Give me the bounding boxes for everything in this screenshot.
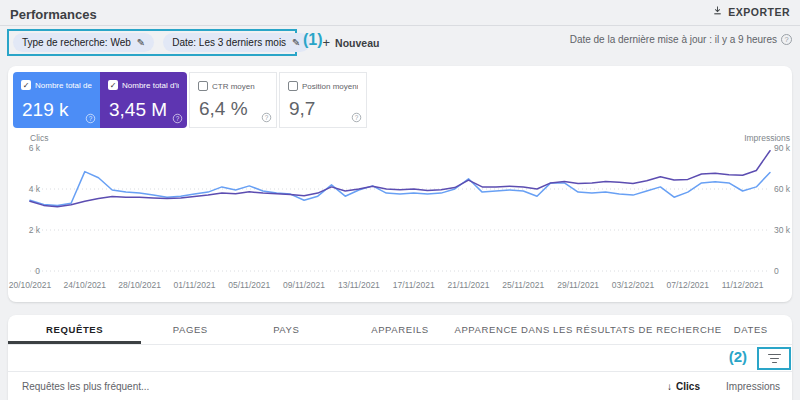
- help-icon[interactable]: ?: [352, 113, 361, 122]
- edit-pencil-icon: ✎: [137, 37, 145, 48]
- metric-card-average-position[interactable]: Position moyenne 9,7 ?: [279, 72, 367, 128]
- tab-pays[interactable]: PAYS: [239, 315, 333, 344]
- x-axis-tick: 25/11/2021: [502, 280, 544, 290]
- performance-panel: ✓ Nombre total de c... 219 k ? ✓ Nombre …: [8, 66, 792, 302]
- x-axis-tick: 29/11/2021: [557, 280, 599, 290]
- help-icon[interactable]: ?: [86, 114, 95, 123]
- x-axis-tick: 11/12/2021: [722, 280, 764, 290]
- export-label: EXPORTER: [728, 6, 790, 18]
- clicks-impressions-line-chart: ClicsImpressions6 k4 k2 k090 k60 k30 k02…: [8, 133, 792, 298]
- annotation-label-2: (2): [729, 348, 747, 365]
- table-header-clicks-sort[interactable]: ↓ Clics: [667, 381, 700, 392]
- x-axis-tick: 09/11/2021: [283, 280, 325, 290]
- right-axis-tick: 90 k: [774, 143, 791, 153]
- search-type-filter-chip[interactable]: Type de recherche: Web ✎: [13, 33, 154, 52]
- edit-pencil-icon: ✎: [292, 37, 300, 48]
- checkbox-checked-icon[interactable]: ✓: [108, 80, 118, 90]
- last-update-status: Date de la dernière mise à jour : il y a…: [570, 34, 792, 45]
- metric-cards: ✓ Nombre total de c... 219 k ? ✓ Nombre …: [13, 72, 367, 128]
- metric-value: 3,45 M: [109, 99, 167, 121]
- plus-icon: +: [323, 35, 331, 50]
- tab-dates[interactable]: DATES: [710, 315, 792, 344]
- x-axis-tick: 21/11/2021: [448, 280, 490, 290]
- tab-requetes[interactable]: REQUÊTES: [8, 315, 141, 344]
- table-toolbar: (2): [8, 345, 792, 372]
- search-type-filter-label: Type de recherche: Web: [22, 37, 131, 48]
- download-icon: [712, 5, 723, 18]
- last-update-text: Date de la dernière mise à jour : il y a…: [570, 34, 777, 45]
- annotation-label-1: (1): [303, 31, 323, 49]
- sort-down-arrow-icon: ↓: [667, 381, 672, 392]
- chart-svg: ClicsImpressions6 k4 k2 k090 k60 k30 k02…: [8, 133, 792, 298]
- left-axis-tick: 0: [35, 266, 40, 276]
- date-filter-label: Date: Les 3 derniers mois: [172, 37, 286, 48]
- dimension-tabs: REQUÊTES PAGES PAYS APPAREILS APPARENCE …: [8, 315, 792, 345]
- tab-appareils[interactable]: APPAREILS: [333, 315, 466, 344]
- help-icon[interactable]: ?: [173, 114, 182, 123]
- metric-card-total-impressions[interactable]: ✓ Nombre total d'im... 3,45 M ?: [100, 72, 187, 128]
- metric-value: 9,7: [289, 98, 315, 120]
- x-axis-tick: 28/10/2021: [118, 280, 161, 290]
- x-axis-tick: 13/11/2021: [338, 280, 380, 290]
- new-filter-label: Nouveau: [335, 37, 379, 49]
- dimensions-panel: REQUÊTES PAGES PAYS APPAREILS APPARENCE …: [8, 315, 792, 400]
- metric-label: Position moyenne: [302, 82, 358, 91]
- checkbox-unchecked-icon[interactable]: [288, 81, 298, 91]
- filter-chips-row: Type de recherche: Web ✎ Date: Les 3 der…: [13, 33, 383, 52]
- left-axis-title: Clics: [30, 133, 48, 143]
- x-axis-tick: 01/11/2021: [173, 280, 215, 290]
- x-axis-tick: 17/11/2021: [393, 280, 435, 290]
- checkbox-checked-icon[interactable]: ✓: [21, 80, 31, 90]
- x-axis-tick: 05/11/2021: [228, 280, 270, 290]
- x-axis-tick: 20/10/2021: [9, 280, 52, 290]
- right-axis-tick: 60 k: [774, 184, 791, 194]
- date-filter-chip[interactable]: Date: Les 3 derniers mois ✎: [163, 33, 309, 52]
- metric-value: 6,4 %: [199, 98, 248, 120]
- right-axis-tick: 30 k: [774, 225, 791, 235]
- series-line-impressions: [30, 151, 770, 207]
- help-icon[interactable]: ?: [781, 34, 792, 45]
- metric-card-total-clicks[interactable]: ✓ Nombre total de c... 219 k ?: [13, 72, 100, 128]
- filter-list-icon: [768, 354, 781, 364]
- table-filter-button[interactable]: [757, 347, 791, 370]
- export-button[interactable]: EXPORTER: [712, 5, 790, 18]
- table-header-row: Requêtes les plus fréquent... ↓ Clics Im…: [8, 372, 792, 400]
- metric-label: Nombre total d'im...: [122, 81, 179, 90]
- left-axis-tick: 6 k: [29, 143, 41, 153]
- table-header-queries: Requêtes les plus fréquent...: [22, 381, 149, 392]
- metric-value: 219 k: [22, 99, 68, 121]
- x-axis-tick: 03/12/2021: [612, 280, 655, 290]
- tab-pages[interactable]: PAGES: [141, 315, 239, 344]
- left-axis-tick: 2 k: [29, 225, 41, 235]
- metric-label: Nombre total de c...: [35, 81, 92, 90]
- x-axis-tick: 24/10/2021: [64, 280, 107, 290]
- new-filter-button[interactable]: + Nouveau: [319, 35, 384, 50]
- help-icon[interactable]: ?: [262, 113, 271, 122]
- x-axis-tick: 07/12/2021: [667, 280, 710, 290]
- metric-card-average-ctr[interactable]: CTR moyen 6,4 % ?: [189, 72, 277, 128]
- clicks-column-label: Clics: [676, 381, 700, 392]
- tab-apparence-resultats[interactable]: APPARENCE DANS LES RÉSULTATS DE RECHERCH…: [467, 315, 710, 344]
- right-axis-tick: 0: [774, 266, 779, 276]
- metric-label: CTR moyen: [212, 82, 255, 91]
- top-bar: [0, 0, 800, 26]
- table-header-impressions[interactable]: Impressions: [726, 381, 780, 392]
- right-axis-title: Impressions: [744, 133, 790, 143]
- checkbox-unchecked-icon[interactable]: [198, 81, 208, 91]
- left-axis-tick: 4 k: [29, 184, 41, 194]
- page-title: Performances: [10, 7, 97, 22]
- search-console-performance-page: Performances EXPORTER Type de recherche:…: [0, 0, 800, 400]
